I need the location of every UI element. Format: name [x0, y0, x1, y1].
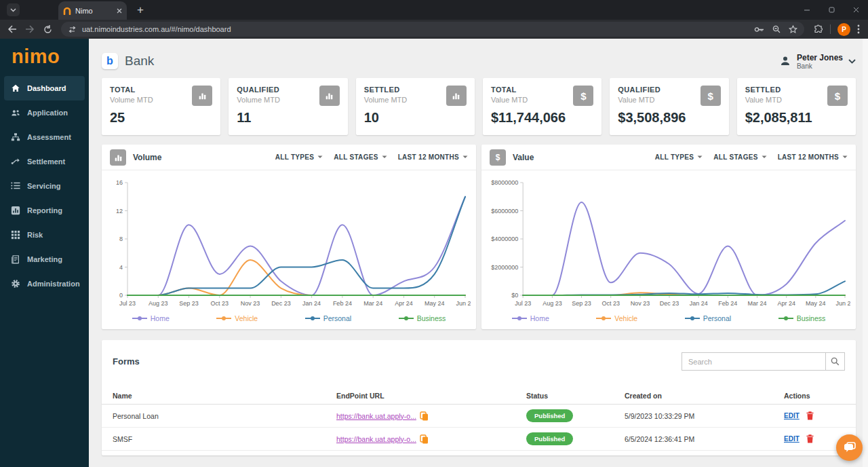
sidebar-item-settlement[interactable]: Settlement: [4, 149, 85, 174]
charts-row: Volume ALL TYPESALL STAGESLAST 12 MONTHS…: [102, 145, 856, 329]
bookmark-star-icon[interactable]: [789, 25, 797, 34]
gear-icon: [11, 279, 20, 288]
filter-dropdown-0[interactable]: ALL TYPES: [275, 153, 323, 161]
svg-text:May 24: May 24: [806, 300, 826, 307]
search-button[interactable]: [825, 352, 845, 371]
nimo-favicon: [63, 6, 71, 15]
filter-dropdown-2[interactable]: LAST 12 MONTHS: [778, 153, 848, 161]
chat-widget-button[interactable]: [836, 434, 863, 461]
bar-chart-icon: [319, 86, 340, 106]
svg-text:Oct 23: Oct 23: [211, 300, 229, 307]
chart-title: Volume: [133, 153, 161, 162]
legend-item-vehicle[interactable]: Vehicle: [596, 314, 637, 322]
site-settings-icon[interactable]: [68, 26, 77, 33]
sidebar-item-reporting[interactable]: Reporting: [4, 198, 85, 223]
endpoint-link[interactable]: https://bank.uat.apply-o...: [336, 435, 416, 443]
svg-text:Jun 24: Jun 24: [456, 300, 471, 307]
toolbar-divider: [830, 24, 831, 34]
edit-link[interactable]: EDIT: [784, 412, 800, 419]
zoom-icon[interactable]: [772, 25, 781, 33]
filter-dropdown-0[interactable]: ALL TYPES: [655, 153, 703, 161]
legend-marker: [216, 316, 231, 321]
copy-icon[interactable]: [420, 434, 429, 444]
browser-tabstrip: Nimo +: [0, 0, 868, 20]
browser-profile-avatar[interactable]: P: [837, 23, 850, 36]
user-icon: [779, 55, 791, 67]
svg-text:0: 0: [119, 292, 123, 299]
chart-title: Value: [513, 153, 534, 162]
search-icon: [831, 357, 840, 366]
caret-down-icon: [697, 155, 703, 159]
chevron-down-icon: [848, 59, 856, 64]
window-controls: [795, 0, 868, 20]
address-bar[interactable]: uat.nimoindustries.com.au/#/nimo/dashboa…: [61, 22, 804, 37]
dollar-icon: $: [827, 86, 848, 106]
svg-text:Feb 24: Feb 24: [333, 300, 352, 307]
endpoint-link[interactable]: https://bank.uat.apply-o...: [336, 412, 416, 420]
svg-text:12: 12: [116, 208, 123, 214]
url-text[interactable]: uat.nimoindustries.com.au/#/nimo/dashboa…: [82, 25, 749, 33]
delete-trash-icon[interactable]: [806, 434, 814, 443]
svg-text:May 24: May 24: [425, 300, 445, 307]
forms-card: Forms NameEndPoint URLStatusCreated onAc…: [102, 340, 856, 455]
created-on: 5/9/2023 10:33:29 PM: [625, 412, 784, 420]
reload-button[interactable]: [41, 22, 54, 36]
dollar-icon: $: [573, 86, 593, 106]
svg-text:Oct 23: Oct 23: [601, 300, 620, 307]
filter-dropdown-1[interactable]: ALL STAGES: [334, 153, 387, 161]
extensions-icon[interactable]: [814, 24, 823, 34]
scrollbar-track[interactable]: [863, 39, 868, 467]
svg-text:Nov 23: Nov 23: [631, 300, 650, 307]
edit-link[interactable]: EDIT: [784, 435, 800, 443]
sidebar-item-marketing[interactable]: Marketing: [4, 247, 85, 272]
sidebar-item-assessment[interactable]: Assessment: [4, 125, 85, 149]
window-close-button[interactable]: [844, 0, 868, 20]
filter-dropdown-2[interactable]: LAST 12 MONTHS: [398, 153, 468, 161]
browser-tab[interactable]: Nimo: [58, 1, 127, 20]
legend-item-personal[interactable]: Personal: [685, 314, 731, 322]
copy-icon[interactable]: [420, 411, 429, 421]
caret-down-icon: [842, 155, 848, 159]
user-menu[interactable]: Peter Jones Bank: [779, 53, 856, 70]
sidebar-item-application[interactable]: Application: [4, 100, 85, 125]
forward-button[interactable]: [23, 22, 37, 36]
sidebar-item-administration[interactable]: Administration: [4, 272, 85, 296]
sidebar-item-label: Assessment: [27, 133, 71, 141]
menu-kebab-icon[interactable]: [857, 24, 860, 34]
svg-text:Sep 23: Sep 23: [179, 300, 199, 307]
table-row[interactable]: SMSF https://bank.uat.apply-o... Publish…: [102, 428, 856, 451]
nimo-logo: nimo: [0, 39, 89, 76]
sidebar-item-risk[interactable]: Risk: [4, 223, 85, 247]
svg-text:4: 4: [119, 264, 123, 271]
sidebar-item-label: Servicing: [27, 182, 61, 190]
new-tab-button[interactable]: +: [132, 2, 149, 18]
caret-down-icon: [317, 155, 323, 159]
table-row[interactable]: Personal Loan https://bank.uat.apply-o..…: [102, 405, 856, 428]
tab-close-icon[interactable]: [117, 8, 122, 14]
sidebar-item-dashboard[interactable]: Dashboard: [4, 76, 85, 100]
window-maximize-button[interactable]: [819, 0, 844, 20]
legend-item-vehicle[interactable]: Vehicle: [216, 314, 258, 322]
delete-trash-icon[interactable]: [806, 411, 814, 420]
back-button[interactable]: [5, 22, 19, 36]
passwords-key-icon[interactable]: [754, 26, 764, 33]
caret-down-icon: [382, 155, 387, 159]
tab-search-button[interactable]: [7, 3, 20, 16]
legend-item-home[interactable]: Home: [132, 314, 170, 322]
window-minimize-button[interactable]: [795, 0, 819, 20]
forms-table-header: NameEndPoint URLStatusCreated onActions: [102, 387, 856, 405]
sidebar-item-servicing[interactable]: Servicing: [4, 174, 85, 198]
svg-text:Jul 23: Jul 23: [515, 300, 531, 307]
chart-legend: HomeVehiclePersonalBusiness: [481, 310, 856, 329]
legend-item-personal[interactable]: Personal: [305, 314, 351, 322]
forms-title: Forms: [113, 356, 140, 367]
filter-dropdown-1[interactable]: ALL STAGES: [713, 153, 766, 161]
legend-item-home[interactable]: Home: [512, 314, 549, 322]
search-input[interactable]: [682, 352, 825, 371]
svg-text:Aug 23: Aug 23: [149, 300, 168, 307]
bar-chart-icon: [446, 86, 467, 106]
legend-marker: [399, 316, 414, 321]
legend-item-business[interactable]: Business: [778, 314, 826, 322]
legend-item-business[interactable]: Business: [399, 314, 446, 322]
created-on: 6/5/2024 12:36:41 PM: [625, 435, 784, 443]
